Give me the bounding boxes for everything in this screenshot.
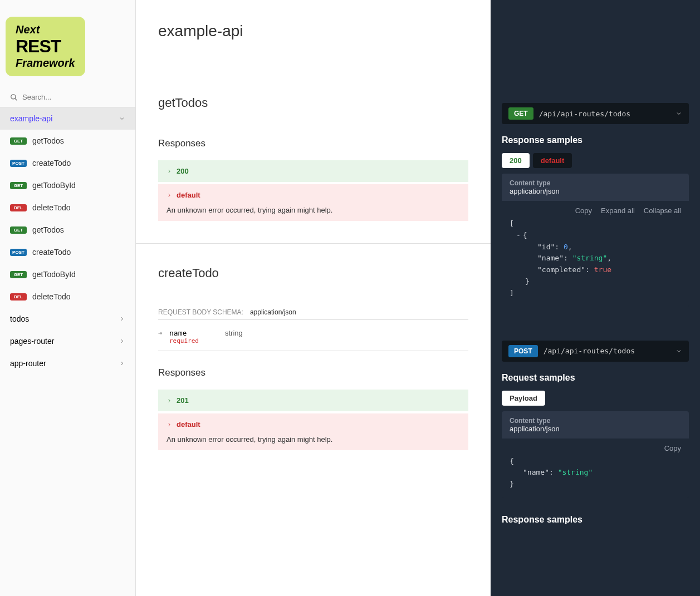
response-samples-heading: Response samples bbox=[502, 135, 689, 145]
code-token: "id" bbox=[537, 243, 555, 251]
code-token: : bbox=[564, 254, 572, 262]
svg-line-1 bbox=[15, 98, 17, 100]
param-required: required bbox=[169, 337, 199, 344]
logo-line2: REST bbox=[16, 36, 75, 57]
response-code: default bbox=[177, 420, 200, 428]
nav-item-gettodos-1[interactable]: GETgetTodos bbox=[0, 130, 135, 152]
endpoint-bar-get[interactable]: GET /api/api-routes/todos bbox=[502, 103, 689, 124]
nav-item-gettodos-2[interactable]: GETgetTodos bbox=[0, 219, 135, 241]
nav-item-label: getTodos bbox=[32, 136, 64, 145]
code-token: : bbox=[555, 243, 564, 251]
main: example-api getTodos Responses 200 defau… bbox=[136, 0, 700, 596]
nav-item-gettodobyid-2[interactable]: GETgetTodoById bbox=[0, 263, 135, 285]
request-samples-heading: Request samples bbox=[502, 373, 689, 383]
expand-all-button[interactable]: Expand all bbox=[601, 206, 635, 215]
code-token: [ bbox=[510, 219, 514, 228]
content-type-value: application/json bbox=[510, 187, 681, 195]
operation-title-createtodo: createTodo bbox=[158, 266, 468, 280]
code-token: ] bbox=[510, 289, 514, 297]
code-token: : bbox=[585, 265, 594, 274]
param-type: string bbox=[225, 329, 468, 344]
chevron-down-icon bbox=[675, 348, 682, 354]
nav-item-createtodo-1[interactable]: POSTcreateTodo bbox=[0, 152, 135, 174]
search-box[interactable] bbox=[0, 87, 135, 107]
code-token: true bbox=[594, 265, 611, 274]
content-type-box: Content type application/json bbox=[502, 411, 689, 439]
nav-item-createtodo-2[interactable]: POSTcreateTodo bbox=[0, 241, 135, 263]
response-description: An unknown error occurred, trying again … bbox=[158, 435, 468, 450]
nav-group-app-router[interactable]: app-router bbox=[0, 352, 135, 375]
endpoint-bar-post[interactable]: POST /api/api-routes/todos bbox=[502, 341, 689, 362]
logo-line3: Framework bbox=[16, 57, 75, 70]
method-badge: GET bbox=[10, 137, 27, 145]
chevron-down-icon bbox=[675, 110, 682, 117]
endpoint-path: /api/api-routes/todos bbox=[539, 110, 675, 118]
code-token: { bbox=[523, 231, 527, 239]
code-actions: Copy Expand all Collapse all bbox=[502, 201, 689, 218]
nav-item-label: createTodo bbox=[32, 248, 71, 257]
response-default[interactable]: default bbox=[158, 184, 468, 206]
tab-payload[interactable]: Payload bbox=[502, 391, 545, 406]
schema-label: REQUEST BODY SCHEMA: bbox=[158, 308, 243, 316]
nav-item-label: deleteTodo bbox=[32, 292, 71, 301]
code-sample-1: [ -{ "id": 0, "name": "string", "complet… bbox=[502, 218, 689, 307]
code-token: "name" bbox=[523, 468, 549, 476]
search-input[interactable] bbox=[22, 93, 125, 101]
method-badge: POST bbox=[10, 249, 27, 256]
tab-200[interactable]: 200 bbox=[502, 153, 530, 168]
responses-heading: Responses bbox=[158, 367, 468, 378]
response-description: An unknown error occurred, trying again … bbox=[158, 206, 468, 221]
collapse-toggle-icon[interactable]: - bbox=[516, 231, 521, 239]
chevron-right-icon bbox=[167, 422, 172, 427]
logo[interactable]: Next REST Framework bbox=[6, 17, 85, 76]
schema-label-row: REQUEST BODY SCHEMA: application/json bbox=[158, 308, 468, 320]
code-token: } bbox=[525, 277, 530, 285]
nav-group-label: todos bbox=[10, 314, 29, 323]
chevron-right-icon bbox=[119, 360, 125, 367]
nav-item-gettodobyid-1[interactable]: GETgetTodoById bbox=[0, 174, 135, 196]
nav-group-example-api[interactable]: example-api bbox=[0, 107, 135, 130]
code-token: : bbox=[549, 468, 558, 476]
code-token: , bbox=[607, 254, 611, 262]
code-token: , bbox=[568, 243, 572, 251]
code-sample-2: { "name": "string" } bbox=[502, 456, 689, 498]
nav-group-todos[interactable]: todos bbox=[0, 308, 135, 330]
response-200[interactable]: 200 bbox=[158, 160, 468, 182]
response-201[interactable]: 201 bbox=[158, 390, 468, 411]
endpoint-path: /api/api-routes/todos bbox=[544, 347, 675, 355]
nav-item-label: getTodos bbox=[32, 225, 64, 234]
chevron-right-icon bbox=[119, 338, 125, 344]
nav-item-label: getTodoById bbox=[32, 270, 76, 279]
response-code: 201 bbox=[177, 396, 189, 405]
nav-group-pages-router[interactable]: pages-router bbox=[0, 330, 135, 352]
content-type-box: Content type application/json bbox=[502, 174, 689, 201]
schema-content-type: application/json bbox=[250, 308, 296, 316]
response-default[interactable]: default bbox=[158, 413, 468, 435]
nav-group-label: example-api bbox=[10, 114, 52, 123]
code-token: { bbox=[510, 457, 514, 465]
nav-item-label: createTodo bbox=[32, 159, 71, 168]
tab-default[interactable]: default bbox=[533, 153, 572, 168]
request-tabs: Payload bbox=[502, 391, 689, 406]
chevron-right-icon bbox=[167, 193, 172, 198]
collapse-all-button[interactable]: Collapse all bbox=[644, 206, 681, 215]
endpoint-method: POST bbox=[508, 345, 538, 357]
arrow-icon: ⇥ bbox=[158, 329, 167, 337]
method-badge: GET bbox=[10, 271, 27, 278]
content-panel: example-api getTodos Responses 200 defau… bbox=[136, 0, 491, 596]
schema-key-cell: ⇥ name required bbox=[158, 329, 225, 344]
search-icon bbox=[10, 93, 18, 101]
copy-button[interactable]: Copy bbox=[664, 444, 681, 452]
nav-item-deletetodo-1[interactable]: DELdeleteTodo bbox=[0, 196, 135, 219]
logo-line1: Next bbox=[16, 23, 75, 36]
nav-group-label: app-router bbox=[10, 359, 46, 368]
code-token: "string" bbox=[572, 254, 608, 262]
nav-item-label: getTodoById bbox=[32, 181, 76, 190]
nav-item-deletetodo-2[interactable]: DELdeleteTodo bbox=[0, 285, 135, 308]
content-type-label: Content type bbox=[510, 417, 681, 425]
chevron-right-icon bbox=[167, 398, 172, 403]
content-type-value: application/json bbox=[510, 425, 681, 433]
logo-container: Next REST Framework bbox=[0, 0, 135, 87]
copy-button[interactable]: Copy bbox=[575, 206, 592, 215]
response-tabs: 200 default bbox=[502, 153, 689, 168]
